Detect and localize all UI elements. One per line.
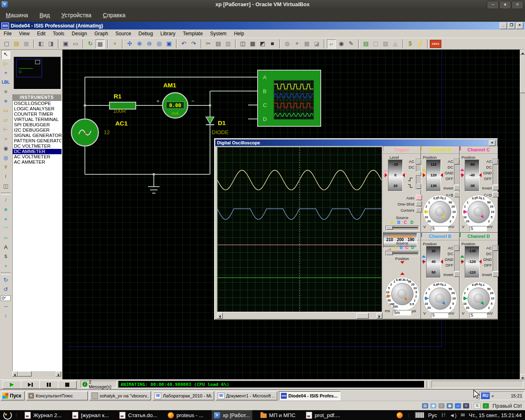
make-device-button[interactable]: ✦: [292, 39, 301, 48]
isis-minimize-button[interactable]: _: [500, 23, 507, 29]
rotation-angle-field[interactable]: 0°: [1, 295, 11, 301]
zoom-in-button[interactable]: ⊕: [135, 39, 144, 48]
tray-expand-button[interactable]: «: [491, 393, 494, 398]
schematic-vscrollbar[interactable]: [520, 50, 525, 379]
horizontal-timebase-value[interactable]: 5m: [393, 310, 411, 315]
vbox-menu-машина[interactable]: Машина: [0, 10, 34, 20]
block-delete-button[interactable]: ■: [268, 39, 277, 48]
current-probe-mode-button[interactable]: I: [1, 173, 10, 182]
keyboard-layout-icon[interactable]: [415, 412, 424, 418]
trigger-one-shot-button[interactable]: [416, 201, 422, 206]
menu-view[interactable]: View: [15, 30, 33, 38]
rotate-anticlockwise-button[interactable]: ↺: [1, 285, 10, 294]
host-clock[interactable]: Чт., 15 сент., 15:21:44: [469, 412, 522, 418]
block-copy-button[interactable]: ◫: [238, 39, 247, 48]
export-section-button[interactable]: ◨: [46, 39, 55, 48]
taskbar-button-2[interactable]: sohatyk_yv на "vboxsrv...: [89, 391, 151, 400]
trigger-source-slider-thumb[interactable]: [386, 226, 393, 230]
rotate-clockwise-button[interactable]: ↻: [1, 276, 10, 285]
instrument-item[interactable]: OSCILLOSCOPE: [13, 101, 62, 106]
trigger-edge-switch[interactable]: [416, 175, 422, 190]
start-button[interactable]: Пуск: [1, 391, 25, 400]
new-design-button[interactable]: ▢: [2, 39, 11, 48]
scroll-left-arrow[interactable]: [217, 313, 223, 319]
scroll-left-arrow[interactable]: [12, 371, 18, 377]
shared-folders-icon[interactable]: ▱: [455, 403, 461, 409]
channel-C-sum-button[interactable]: [493, 192, 499, 197]
2d-arc-mode-button[interactable]: ◠: [1, 224, 10, 233]
vbox-menu-устройства[interactable]: Устройства: [56, 10, 97, 20]
wire-label-mode-button[interactable]: LBL: [1, 78, 10, 87]
channel-D-invert-button[interactable]: [493, 272, 499, 277]
2d-path-mode-button[interactable]: ∞: [1, 234, 10, 243]
menu-system[interactable]: System: [206, 30, 230, 38]
2d-text-mode-button[interactable]: A: [1, 243, 10, 252]
taskbar-button-1[interactable]: ККонсультантПлюс: [26, 391, 88, 400]
trigger-source-slider[interactable]: [386, 226, 419, 231]
channel-B-coupling-switch[interactable]: [454, 245, 460, 272]
instrument-item[interactable]: PATTERN GENERATOR: [13, 138, 62, 144]
channel-A-gain-value[interactable]: 5: [431, 226, 448, 231]
generator-mode-button[interactable]: ◎: [1, 154, 10, 163]
diode-body[interactable]: [206, 117, 214, 124]
channel-D-coupling-switch[interactable]: [493, 245, 498, 272]
virtual-instruments-mode-button[interactable]: ◫: [1, 182, 10, 191]
scroll-thumb[interactable]: [520, 55, 525, 93]
vbox-menu-вид[interactable]: Вид: [34, 10, 55, 20]
block-rotate-button[interactable]: ◩: [258, 39, 267, 48]
oscilloscope-component[interactable]: A B C D: [248, 70, 321, 126]
block-move-button[interactable]: ▦: [248, 39, 257, 48]
channel-A-coupling-switch[interactable]: [454, 159, 460, 185]
network-status-icon[interactable]: ᛒ!: [441, 412, 445, 418]
mirror-vertical-button[interactable]: ↕: [1, 311, 10, 320]
import-section-button[interactable]: ◧: [37, 39, 46, 48]
text-script-mode-button[interactable]: ≡: [1, 88, 10, 97]
oscilloscope-hscrollbar[interactable]: [217, 313, 382, 319]
mail-icon[interactable]: ✉: [461, 412, 465, 418]
trigger-coupling-switch[interactable]: [416, 159, 422, 172]
decompose-button[interactable]: ◪: [312, 39, 321, 48]
2d-symbol-mode-button[interactable]: S: [1, 253, 10, 262]
taskbar-button-3[interactable]: WЛабораторки_2010 - Mi...: [153, 391, 214, 400]
firefox-tray-icon[interactable]: [397, 412, 403, 418]
bill-of-materials-button[interactable]: $: [406, 39, 415, 48]
mouse-integration-icon[interactable]: ⇅: [474, 403, 481, 409]
mirror-horizontal-button[interactable]: ↔: [1, 302, 10, 311]
network-icon[interactable]: ▣: [447, 403, 453, 409]
channel-C-coupling-switch[interactable]: [493, 159, 498, 185]
pick-device-button[interactable]: ◍: [283, 39, 292, 48]
horizontal-source-slider[interactable]: [386, 251, 419, 256]
channel-D-gain-value[interactable]: 5: [470, 313, 487, 318]
vbox-minimize-button[interactable]: −: [487, 1, 499, 9]
channel-D-coupling-switch-thumb[interactable]: [493, 246, 498, 251]
device-pins-mode-button[interactable]: ⊢: [1, 126, 10, 135]
instrument-item[interactable]: SPI DEBUGGER: [13, 122, 62, 128]
instruments-hscrollbar[interactable]: [12, 371, 61, 377]
instrument-item[interactable]: LOGIC ANALYSER: [13, 106, 62, 112]
save-design-button[interactable]: ▦: [22, 39, 31, 48]
instrument-item[interactable]: VIRTUAL TERMINAL: [13, 117, 62, 122]
redo-button[interactable]: ↷: [189, 39, 198, 48]
terminals-mode-button[interactable]: ▱: [1, 116, 10, 125]
origin-button[interactable]: +: [110, 39, 119, 48]
host-task-5[interactable]: Vхр [Работ...: [212, 410, 252, 420]
usb-devices-icon[interactable]: ∕: [438, 403, 445, 409]
search-tags-button[interactable]: ◉: [337, 39, 346, 48]
host-task-3[interactable]: Статья.do...: [117, 410, 160, 420]
selection-mode-button[interactable]: ↖: [1, 50, 10, 59]
isis-restore-button[interactable]: ❐: [508, 23, 515, 29]
menu-help[interactable]: Help: [230, 30, 248, 38]
wire-autorouter-button[interactable]: ⌐: [327, 39, 336, 48]
menu-library[interactable]: Library: [157, 30, 179, 38]
pause-button[interactable]: [39, 381, 58, 389]
packaging-tool-button[interactable]: ▩: [302, 39, 311, 48]
host-task-6[interactable]: МП и МПС: [258, 410, 298, 420]
workspace-switcher-icon[interactable]: [3, 411, 12, 420]
instrument-item[interactable]: DC AMMETER: [13, 149, 62, 154]
taskbar-button-5[interactable]: ISISDiode04 - ISIS Profes...: [279, 391, 340, 400]
voltage-probe-mode-button[interactable]: V: [1, 163, 10, 172]
paste-button[interactable]: ▥: [224, 39, 233, 48]
channel-C-invert-button[interactable]: [493, 185, 499, 190]
host-key-state-icon[interactable]: ↓: [483, 403, 489, 409]
stop-button[interactable]: [58, 381, 77, 389]
